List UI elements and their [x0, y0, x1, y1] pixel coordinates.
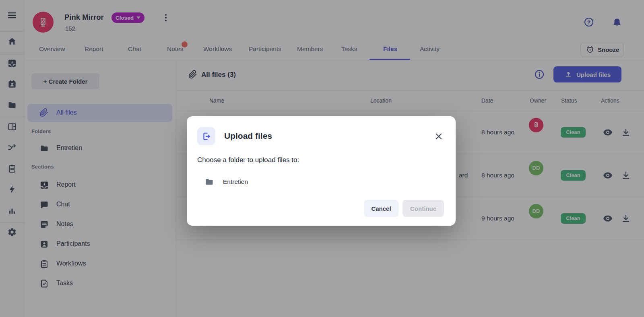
folder-option-label: Entretien [223, 178, 248, 185]
upload-files-dialog: Upload files Choose a folder to upload f… [187, 116, 456, 226]
folder-option-entretien[interactable]: Entretien [197, 173, 445, 191]
continue-button[interactable]: Continue [402, 200, 444, 217]
app-screen: Pink Mirror 152 Closed ? Overview Report… [0, 0, 644, 317]
close-icon[interactable] [434, 132, 444, 141]
folder-icon [204, 177, 214, 187]
dialog-prompt: Choose a folder to upload files to: [197, 156, 299, 164]
cancel-button[interactable]: Cancel [364, 200, 398, 217]
upload-export-icon [197, 127, 215, 145]
dialog-title: Upload files [224, 131, 272, 141]
